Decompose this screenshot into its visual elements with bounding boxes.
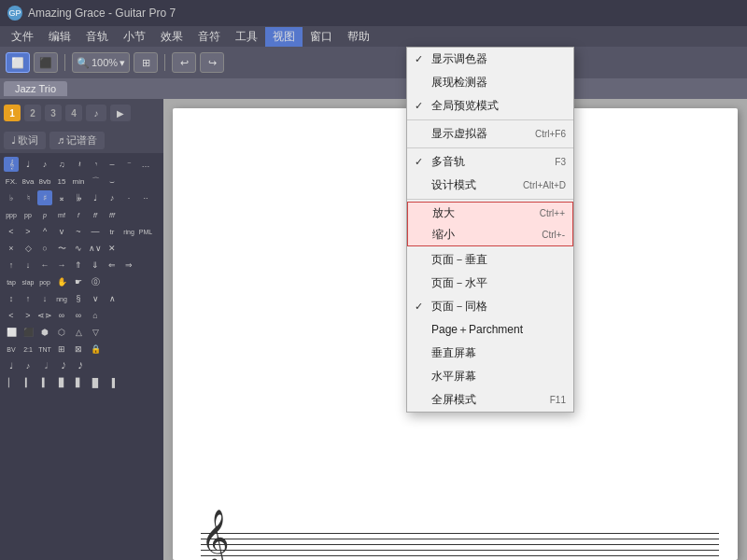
dropdown-item-fullscreen-preview[interactable]: ✓全局预览模式	[407, 94, 573, 118]
dropdown-item-show-virtual[interactable]: ✓显示虚拟器Ctrl+F6	[407, 122, 573, 146]
dropdown-label-fullscreen: 全屏模式	[431, 392, 543, 408]
dropdown-check-fullscreen-preview: ✓	[415, 100, 428, 112]
dropdown-shortcut-show-virtual: Ctrl+F6	[535, 129, 566, 139]
dropdown-label-fullscreen-preview: 全局预览模式	[431, 98, 566, 114]
zoom-highlight-box: ✓放大Ctrl++✓缩小Ctrl+-	[407, 202, 573, 246]
dropdown-shortcut-zoom-in: Ctrl++	[540, 208, 565, 218]
dropdown-sep-sep3	[407, 199, 573, 200]
dropdown-check-multitrack: ✓	[415, 156, 428, 168]
dropdown-sep-sep2	[407, 147, 573, 148]
dropdown-item-page-horizontal[interactable]: ✓页面－水平	[407, 272, 573, 295]
dropdown-label-page-same: 页面－同格	[431, 299, 566, 315]
dropdown-shortcut-design-mode: Ctrl+Alt+D	[523, 180, 566, 190]
view-dropdown-menu: ✓显示调色器✓展现检测器✓全局预览模式✓显示虚拟器Ctrl+F6✓多音轨F3✓设…	[406, 47, 574, 413]
dropdown-shortcut-zoom-out: Ctrl+-	[542, 230, 565, 240]
dropdown-label-zoom-out: 缩小	[432, 227, 534, 243]
dropdown-item-vertical-screen[interactable]: ✓垂直屏幕	[407, 342, 573, 365]
dropdown-label-zoom-in: 放大	[432, 205, 532, 221]
dropdown-item-horizontal-screen[interactable]: ✓水平屏幕	[407, 365, 573, 388]
dropdown-item-multitrack[interactable]: ✓多音轨F3	[407, 150, 573, 174]
dropdown-label-multitrack: 多音轨	[431, 154, 547, 170]
dropdown-label-page-parchment: Page＋Parchment	[431, 322, 566, 338]
dropdown-shortcut-fullscreen: F11	[550, 395, 566, 405]
dropdown-item-show-mixer[interactable]: ✓显示调色器	[407, 48, 573, 71]
dropdown-item-zoom-in[interactable]: ✓放大Ctrl++	[408, 203, 572, 224]
dropdown-item-fullscreen[interactable]: ✓全屏模式F11	[407, 388, 573, 412]
dropdown-item-page-same[interactable]: ✓页面－同格	[407, 295, 573, 318]
dropdown-label-show-mixer: 显示调色器	[431, 51, 566, 67]
dropdown-label-page-vertical: 页面－垂直	[431, 252, 566, 268]
dropdown-label-page-horizontal: 页面－水平	[431, 275, 566, 291]
dropdown-label-show-detector: 展现检测器	[431, 75, 566, 91]
dropdown-label-horizontal-screen: 水平屏幕	[431, 369, 566, 385]
dropdown-shortcut-multitrack: F3	[555, 157, 566, 167]
dropdown-label-vertical-screen: 垂直屏幕	[431, 345, 566, 361]
dropdown-label-show-virtual: 显示虚拟器	[431, 126, 528, 142]
dropdown-item-page-parchment[interactable]: ✓Page＋Parchment	[407, 318, 573, 342]
dropdown-overlay[interactable]: ✓显示调色器✓展现检测器✓全局预览模式✓显示虚拟器Ctrl+F6✓多音轨F3✓设…	[0, 0, 747, 560]
dropdown-item-show-detector[interactable]: ✓展现检测器	[407, 71, 573, 94]
dropdown-item-design-mode[interactable]: ✓设计模式Ctrl+Alt+D	[407, 174, 573, 197]
dropdown-item-page-vertical[interactable]: ✓页面－垂直	[407, 248, 573, 272]
dropdown-check-page-same: ✓	[415, 301, 428, 313]
dropdown-sep-sep1	[407, 119, 573, 120]
dropdown-check-show-mixer: ✓	[415, 53, 428, 65]
dropdown-item-zoom-out[interactable]: ✓缩小Ctrl+-	[408, 224, 572, 245]
dropdown-label-design-mode: 设计模式	[431, 177, 515, 193]
